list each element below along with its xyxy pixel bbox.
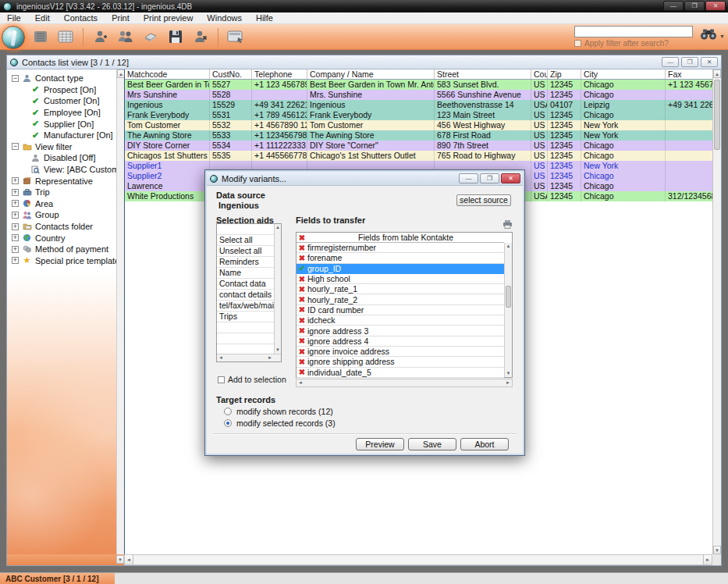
table-hscrollbar[interactable]: ◄ ► [124,554,712,565]
selection-aid-unselect-all[interactable]: Unselect all [217,246,274,257]
delete-contact-button[interactable] [191,28,210,47]
column-header-coun[interactable]: Coun [531,69,548,79]
radio-modify-shown[interactable]: modify shown records (12) [224,407,333,416]
menu-item-print-preview[interactable]: Print preview [137,12,201,24]
close-button[interactable]: ✕ [705,1,726,11]
table-row-chicagos-1st-shutters-outlet[interactable]: Chicagos 1st Shutters Outlet5535+1 44556… [125,151,712,161]
column-header-fax[interactable]: Fax [666,69,712,79]
aids-hscrollbar[interactable]: ◄ ► [217,354,281,361]
selection-aid-name[interactable]: Name [217,268,274,279]
column-header-company-name[interactable]: Company / Name [307,69,435,79]
table-view-button[interactable] [56,28,75,47]
selection-aid-reminders[interactable]: Reminders [217,257,274,268]
tree-expander-expand-icon[interactable]: + [12,200,19,207]
table-row-tom-customer[interactable]: Tom Customer5532+1 4567890 123Tom Custom… [125,120,712,130]
fields-list[interactable]: ✖ Fields from table Kontakte ✖firmregist… [296,232,513,378]
save-button[interactable] [166,28,185,47]
save-button[interactable]: Save [408,438,456,450]
tree-expander-expand-icon[interactable]: + [12,212,19,219]
tree-item-country[interactable]: +Country [7,232,124,244]
radio-button-selected[interactable] [224,419,232,427]
selection-aid-contact-details[interactable]: contact details [217,290,274,301]
column-header-matchcode[interactable]: Matchcode [125,69,210,79]
x-icon[interactable]: ✖ [297,295,307,304]
window-minimize-button[interactable]: — [662,57,679,67]
menu-item-hilfe[interactable]: Hilfe [249,12,280,24]
x-icon[interactable]: ✖ [297,285,307,294]
table-row-the-awning-store[interactable]: The Awning Store5533+1 123456798The Awni… [125,130,712,141]
menu-item-file[interactable]: File [0,12,28,24]
table-row-best-beer-garden-in-townm[interactable]: Best Beer Garden in TownM5527+1 123 4567… [125,80,712,90]
field-row-individual-date-5[interactable]: ✖individual_date_5 [297,368,504,378]
selection-aids-list[interactable]: Select allUnselect allRemindersNameConta… [216,223,282,362]
dialog-close-button[interactable]: ✕ [501,173,520,183]
menu-item-edit[interactable]: Edit [28,12,57,24]
tree-expander-collapse-icon[interactable]: − [12,75,19,82]
tree-item-representative[interactable]: +Representative [7,175,124,187]
tree-item-prospect-on[interactable]: ✔Prospect [On] [7,84,124,96]
selection-aid-tel-fax-web-mail[interactable]: tel/fax/web/mail [217,301,274,312]
field-row-ignore-address-4[interactable]: ✖ignore address 4 [297,337,504,347]
eraser-button[interactable] [141,28,160,47]
field-row-group-id[interactable]: ✔group_ID [297,264,504,274]
scroll-left-arrow[interactable]: ◄ [298,379,303,386]
field-row-firmregisternumber[interactable]: ✖firmregisternumber [297,243,504,253]
column-header-city[interactable]: City [581,69,666,79]
scroll-up-arrow[interactable]: ▲ [505,243,512,250]
x-icon[interactable]: ✖ [297,358,307,366]
tree-expander-expand-icon[interactable]: + [12,177,19,184]
menu-item-contacts[interactable]: Contacts [57,12,105,24]
field-row-high-school[interactable]: ✖High school [297,274,504,284]
tree-item-manufacturer-on[interactable]: ✔Manufacturer [On] [7,130,124,141]
fields-vscrollbar[interactable]: ▲ ▼ [504,243,512,377]
scroll-right-arrow[interactable]: ► [703,555,712,564]
x-icon[interactable]: ✖ [297,347,307,356]
radio-modify-selected[interactable]: modify selected records (3) [224,418,336,428]
x-icon[interactable]: ✖ [297,316,307,325]
field-row-ignore-address-3[interactable]: ✖ignore address 3 [297,326,504,336]
scroll-thumb[interactable] [714,80,720,150]
add-contact-button[interactable] [91,28,110,47]
field-row-hourly-rate-2[interactable]: ✖hourly_rate_2 [297,294,504,304]
field-row-idcheck[interactable]: ✖idcheck [297,315,504,326]
add-to-selection-checkbox[interactable]: Add to selection [218,375,286,384]
scroll-right-arrow[interactable]: ► [506,379,510,386]
table-row-ingenious[interactable]: Ingenious15529+49 341 226210IngeniousBee… [125,100,712,110]
scroll-up-arrow[interactable]: ▲ [713,69,721,78]
tree-item-view-filter[interactable]: −View filter [7,141,124,153]
scroll-right-arrow[interactable]: ► [266,354,274,361]
x-icon[interactable]: ✖ [297,337,307,345]
tree-item-contacts-folder[interactable]: +Contacts folder [7,221,124,233]
tree-item-trip[interactable]: +Trip [7,187,124,198]
x-icon[interactable]: ✖ [297,305,307,314]
tree-item-area[interactable]: +Area [7,198,124,210]
dialog-minimize-button[interactable]: — [459,173,478,183]
column-header-street[interactable]: Street [435,69,531,79]
search-input[interactable] [574,26,693,37]
menu-item-windows[interactable]: Windows [200,12,249,24]
scroll-down-arrow[interactable]: ▼ [275,347,281,354]
fields-hscrollbar[interactable]: ◄ ► [296,379,513,387]
x-icon[interactable]: ✖ [297,368,307,376]
table-row-frank-everybody[interactable]: Frank Everybody5531+1 789 4561230Frank E… [125,110,712,120]
preview-button[interactable]: Preview [356,438,404,450]
maximize-button[interactable]: ❐ [684,1,705,11]
tree-item-view-abc-customer[interactable]: View: [ABC Customer] [7,164,124,176]
x-icon[interactable]: ✖ [297,244,307,252]
form-view-button[interactable] [226,28,245,47]
scroll-down-arrow[interactable]: ▼ [713,546,721,554]
tree-expander-collapse-icon[interactable]: − [12,143,19,150]
field-row-ignore-shipping-address[interactable]: ✖ignore shipping address [297,357,504,367]
abort-button[interactable]: Abort [460,438,509,450]
contact-group-button[interactable] [116,28,135,47]
field-row-id-card-number[interactable]: ✖ID card number [297,305,504,315]
status-view-tab[interactable]: ABC Customer [3 / 1 / 12] [0,573,115,584]
field-row-forename[interactable]: ✖forename [297,253,504,263]
x-icon[interactable]: ✖ [297,326,307,335]
scroll-left-arrow[interactable]: ◄ [217,354,225,361]
tree-item-supplier-on[interactable]: ✔Supplier [On] [7,118,124,130]
column-header-telephone[interactable]: Telephone [252,69,307,79]
checkbox-box[interactable] [218,376,225,383]
menu-item-print[interactable]: Print [105,12,137,24]
field-row-hourly-rate-1[interactable]: ✖hourly_rate_1 [297,284,504,294]
